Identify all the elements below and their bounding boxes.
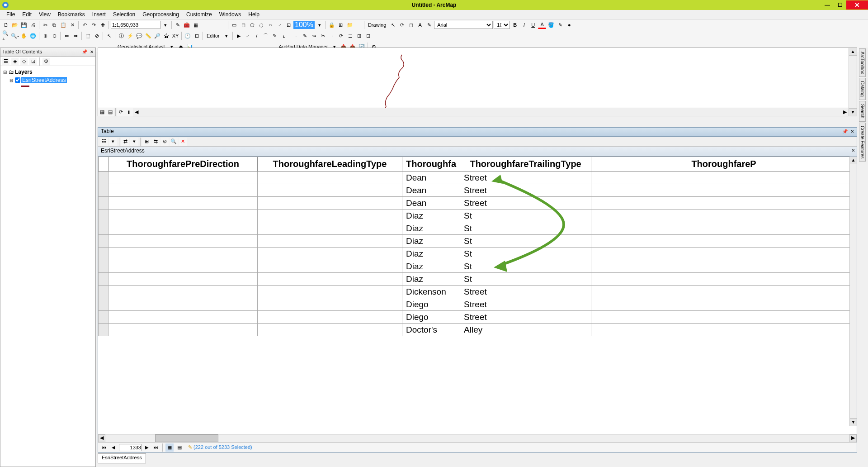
rotate2-icon[interactable]: ⟳: [337, 32, 345, 40]
pointer-icon[interactable]: ↖: [389, 21, 397, 29]
table-close-icon[interactable]: ✕: [850, 129, 854, 134]
row-header[interactable]: [99, 184, 108, 197]
line-color-icon[interactable]: ✎: [556, 21, 564, 29]
measure-icon[interactable]: 📏: [144, 32, 152, 40]
cell-trailingtype[interactable]: Street: [460, 298, 591, 311]
toc-options-icon[interactable]: ⚙: [42, 58, 50, 65]
find-icon[interactable]: 🔎: [153, 32, 161, 40]
cell-postdirection[interactable]: [591, 210, 857, 222]
related-tables-icon[interactable]: ⇄: [121, 138, 129, 146]
cell-leadingtype[interactable]: [258, 184, 402, 197]
show-selected-icon[interactable]: ▤: [175, 443, 184, 452]
cell-thoroughfare[interactable]: Diego: [402, 311, 460, 324]
table-icon[interactable]: ⊞: [337, 21, 345, 29]
save-icon[interactable]: 💾: [20, 21, 28, 29]
row-header[interactable]: [99, 286, 108, 298]
side-tab-arctoolbox[interactable]: ArcToolbox: [859, 48, 866, 77]
menu-customize[interactable]: Customize: [183, 10, 216, 19]
select-lasso-icon[interactable]: ◌: [257, 21, 265, 29]
cell-postdirection[interactable]: [591, 184, 857, 197]
cell-postdirection[interactable]: [591, 222, 857, 235]
cell-leadingtype[interactable]: [258, 248, 402, 260]
font-color-icon[interactable]: A: [538, 21, 546, 29]
cell-thoroughfare[interactable]: Diaz: [402, 210, 460, 222]
list-source-icon[interactable]: ◈: [11, 58, 19, 65]
opacity-value[interactable]: 100%: [293, 21, 315, 29]
cell-trailingtype[interactable]: St: [460, 222, 591, 235]
hscroll-thumb[interactable]: [155, 434, 218, 442]
cell-postdirection[interactable]: [591, 298, 857, 311]
full-extent-icon[interactable]: 🌐: [29, 32, 37, 40]
table-row[interactable]: Diaz St: [99, 210, 857, 222]
hyperlink-icon[interactable]: ⚡: [126, 32, 134, 40]
nav-last-icon[interactable]: ⏭: [152, 445, 160, 450]
cell-thoroughfare[interactable]: Dean: [402, 184, 460, 197]
table-options-icon[interactable]: ☷: [100, 138, 108, 146]
menu-file[interactable]: File: [3, 10, 19, 19]
cell-predirection[interactable]: [108, 248, 258, 260]
trace-icon[interactable]: ✎: [271, 32, 279, 40]
arc-segment-icon[interactable]: ⌒: [262, 32, 270, 40]
select-circle-icon[interactable]: ○: [266, 21, 274, 29]
switch-selection-icon[interactable]: ⇆: [151, 138, 160, 146]
cell-trailingtype[interactable]: Alley: [460, 324, 591, 336]
cell-trailingtype[interactable]: St: [460, 210, 591, 222]
pause-icon[interactable]: ⏸: [125, 108, 133, 116]
cell-predirection[interactable]: [108, 172, 258, 184]
cell-predirection[interactable]: [108, 197, 258, 210]
col-trailingtype[interactable]: ThoroughfareTrailingType: [460, 157, 591, 172]
cell-predirection[interactable]: [108, 273, 258, 286]
cell-leadingtype[interactable]: [258, 311, 402, 324]
editor-toolbar-icon[interactable]: ✎: [174, 21, 182, 29]
cell-postdirection[interactable]: [591, 324, 857, 336]
toc-close-icon[interactable]: ✕: [90, 49, 94, 54]
cell-leadingtype[interactable]: [258, 273, 402, 286]
cell-predirection[interactable]: [108, 324, 258, 336]
find-route-icon[interactable]: 🛣: [162, 32, 170, 40]
map-canvas[interactable]: ▦ ▤ ⟳ ⏸ ◀ ▶: [98, 48, 857, 116]
zoom-out-icon[interactable]: 🔍-: [11, 32, 19, 40]
list-drawing-order-icon[interactable]: ☰: [2, 58, 9, 65]
hscroll-left-icon[interactable]: ◀: [98, 434, 105, 442]
map-scroll-right-icon[interactable]: ▶: [841, 109, 849, 115]
table-row[interactable]: Dean Street: [99, 184, 857, 197]
cell-thoroughfare[interactable]: Diego: [402, 298, 460, 311]
cell-leadingtype[interactable]: [258, 235, 402, 248]
row-header[interactable]: [99, 248, 108, 260]
select-rect-icon[interactable]: ▭: [230, 21, 238, 29]
nav-next-icon[interactable]: ▶: [143, 445, 151, 450]
redo-icon[interactable]: ↷: [90, 21, 98, 29]
scale-input[interactable]: [111, 21, 160, 29]
layer-name[interactable]: EsriStreetAddress: [21, 77, 67, 83]
col-predirection[interactable]: ThoroughfarePreDirection: [108, 157, 258, 172]
table-pin-icon[interactable]: 📌: [842, 129, 848, 134]
side-tab-search[interactable]: Search: [859, 101, 866, 122]
cell-thoroughfare[interactable]: Dean: [402, 197, 460, 210]
col-postdirection[interactable]: ThoroughfareP: [591, 157, 857, 172]
toc-pin-icon[interactable]: 📌: [82, 49, 87, 54]
zoom-sel-icon[interactable]: ⊡: [284, 21, 292, 29]
marker-color-icon[interactable]: ●: [565, 21, 573, 29]
scale-dropdown-icon[interactable]: ▾: [161, 21, 170, 29]
edit-annotation-icon[interactable]: ⟋: [244, 32, 252, 40]
map-vertical-scrollbar[interactable]: [849, 48, 857, 116]
cell-predirection[interactable]: [108, 210, 258, 222]
menu-selection[interactable]: Selection: [109, 10, 139, 19]
cell-predirection[interactable]: [108, 222, 258, 235]
html-popup-icon[interactable]: 💬: [135, 32, 143, 40]
toc-layers-root[interactable]: ⊟ 🗂 Layers: [2, 68, 94, 76]
open-icon[interactable]: 📂: [11, 21, 19, 29]
cell-predirection[interactable]: [108, 260, 258, 273]
col-thoroughfare[interactable]: Thoroughfa: [402, 157, 460, 172]
clear-selection-icon[interactable]: ⊘: [93, 32, 101, 40]
expand-icon[interactable]: ⊟: [9, 78, 14, 83]
status-tab[interactable]: EsriStreetAddress: [98, 453, 146, 463]
underline-icon[interactable]: U: [529, 21, 537, 29]
table-tab-close-icon[interactable]: ✕: [851, 148, 855, 153]
select-clear-icon[interactable]: ◻: [239, 21, 247, 29]
cell-trailingtype[interactable]: St: [460, 260, 591, 273]
cell-postdirection[interactable]: [591, 248, 857, 260]
zoom-in-icon[interactable]: 🔍+: [2, 32, 10, 40]
list-selection-icon[interactable]: ⊡: [29, 58, 37, 65]
split-icon[interactable]: ÷: [328, 32, 336, 40]
